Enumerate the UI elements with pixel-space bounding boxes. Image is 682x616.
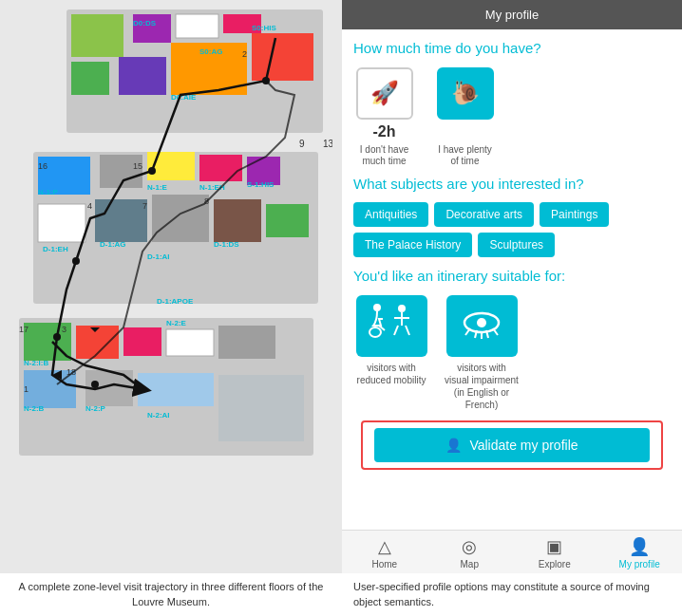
- svg-rect-23: [152, 195, 209, 242]
- svg-point-60: [262, 77, 270, 84]
- svg-point-68: [369, 327, 381, 337]
- svg-text:N-2:E: N-2:E: [166, 319, 187, 327]
- svg-text:1: 1: [24, 384, 28, 394]
- profile-header: My profile: [342, 0, 682, 29]
- time-caption-fast: I don't have much time: [353, 144, 415, 167]
- svg-text:S-1:HIS: S-1:HIS: [247, 180, 275, 189]
- svg-text:7: 7: [142, 201, 147, 211]
- svg-rect-44: [166, 329, 214, 356]
- bottom-nav: △ Home ◎ Map ▣ Explore 👤 My profile: [342, 530, 682, 573]
- itinerary-options: visitors with reduced mobility: [353, 295, 671, 411]
- svg-rect-48: [138, 373, 214, 406]
- svg-rect-25: [266, 204, 309, 237]
- svg-text:N-2:I:B: N-2:I:B: [24, 359, 48, 367]
- subject-decorative-arts[interactable]: Decorative arts: [434, 202, 534, 227]
- subjects-section-heading: What subjects are you interested in?: [353, 175, 671, 194]
- profile-title: My profile: [485, 8, 539, 22]
- itinerary-mobility[interactable]: visitors with reduced mobility: [353, 295, 429, 411]
- validate-button[interactable]: 👤 Validate my profile: [374, 428, 650, 462]
- svg-rect-6: [119, 57, 166, 95]
- map-icon: ◎: [462, 536, 477, 557]
- svg-text:9: 9: [299, 139, 305, 149]
- validate-icon: 👤: [445, 438, 462, 453]
- svg-text:S0:HIS: S0:HIS: [252, 24, 276, 32]
- svg-rect-3: [176, 14, 218, 38]
- svg-point-67: [373, 304, 381, 311]
- nav-map-label: Map: [461, 559, 479, 569]
- svg-text:D-1:APOE: D-1:APOE: [157, 297, 194, 306]
- subject-paintings[interactable]: Paintings: [540, 202, 609, 227]
- time-option-fast[interactable]: 🚀 -2h I don't have much time: [353, 67, 415, 167]
- svg-text:N-2:P: N-2:P: [85, 404, 106, 413]
- subject-sculptures[interactable]: Sculptures: [478, 233, 555, 257]
- svg-text:N-1:E: N-1:E: [147, 183, 168, 192]
- itinerary-caption-visual: visitors with visual impairment (in Engl…: [444, 362, 520, 411]
- profile-icon: 👤: [629, 536, 650, 557]
- svg-text:17: 17: [19, 325, 28, 334]
- svg-text:15: 15: [133, 161, 142, 171]
- museum-map: S0:HIS D0:DS S0:AG D0:AIE 9 13: [9, 5, 332, 470]
- svg-rect-19: [199, 155, 242, 181]
- time-options: 🚀 -2h I don't have much time 🐌 +2h I hav…: [353, 67, 671, 167]
- nav-explore-label: Explore: [539, 559, 571, 569]
- svg-text:D-1:DS: D-1:DS: [214, 240, 239, 249]
- home-icon: △: [378, 536, 391, 557]
- validate-btn-area: 👤 Validate my profile: [361, 420, 663, 470]
- right-caption: User-specified profile options may const…: [342, 578, 682, 611]
- svg-rect-43: [123, 327, 161, 356]
- svg-rect-5: [71, 62, 109, 95]
- subject-antiquities[interactable]: Antiquities: [353, 202, 428, 227]
- svg-line-73: [394, 326, 398, 335]
- svg-text:N-2:B: N-2:B: [24, 404, 45, 413]
- svg-rect-49: [218, 375, 304, 441]
- explore-icon: ▣: [546, 536, 562, 557]
- map-svg: S0:HIS D0:DS S0:AG D0:AIE 9 13: [9, 5, 332, 470]
- itinerary-icon-visual: [446, 295, 518, 357]
- nav-explore[interactable]: ▣ Explore: [512, 531, 597, 573]
- nav-home-label: Home: [371, 559, 397, 569]
- profile-content: How much time do you have? 🚀 -2h I don't…: [342, 29, 682, 530]
- svg-line-74: [406, 326, 409, 335]
- bottom-captions: A complete zone-level visit trajectory i…: [0, 573, 682, 616]
- time-value-fast: -2h: [373, 123, 396, 140]
- validate-label: Validate my profile: [469, 438, 578, 453]
- svg-rect-24: [214, 199, 261, 242]
- subjects-grid: Antiquities Decorative arts Paintings Th…: [353, 202, 671, 257]
- svg-rect-45: [218, 326, 275, 359]
- time-option-slow[interactable]: 🐌 +2h I have plenty of time: [434, 67, 496, 167]
- time-value-slow: +2h: [451, 123, 478, 140]
- time-icon-slow: 🐌: [437, 67, 494, 120]
- svg-point-70: [398, 305, 406, 312]
- svg-text:16: 16: [38, 161, 47, 171]
- svg-text:N-2:AI: N-2:AI: [147, 411, 170, 420]
- svg-text:13: 13: [323, 139, 332, 149]
- svg-point-76: [477, 318, 486, 327]
- svg-point-63: [53, 333, 61, 341]
- svg-text:S0:AG: S0:AG: [199, 47, 222, 56]
- svg-text:3: 3: [62, 325, 66, 334]
- left-panel: S0:HIS D0:DS S0:AG D0:AIE 9 13: [0, 0, 342, 573]
- svg-point-62: [72, 257, 80, 265]
- svg-rect-1: [71, 14, 123, 57]
- right-panel: My profile How much time do you have? 🚀 …: [342, 0, 682, 573]
- itinerary-visual[interactable]: visitors with visual impairment (in Engl…: [444, 295, 520, 411]
- nav-map[interactable]: ◎ Map: [427, 531, 513, 573]
- svg-text:D-1:AI: D-1:AI: [147, 252, 170, 261]
- svg-rect-8: [252, 33, 313, 81]
- subject-palace-history[interactable]: The Palace History: [353, 233, 472, 257]
- svg-text:D-1:AG: D-1:AG: [100, 240, 126, 249]
- svg-text:4: 4: [87, 201, 92, 211]
- itinerary-icon-mobility: [356, 295, 427, 357]
- svg-text:2: 2: [242, 49, 247, 59]
- time-section-heading: How much time do you have?: [353, 39, 671, 58]
- itinerary-section-heading: You'd like an itinerary suitable for:: [353, 267, 671, 286]
- nav-profile-label: My profile: [619, 559, 660, 569]
- time-caption-slow: I have plenty of time: [434, 144, 496, 167]
- itinerary-caption-mobility: visitors with reduced mobility: [353, 362, 429, 386]
- left-caption: A complete zone-level visit trajectory i…: [0, 578, 342, 611]
- svg-rect-21: [38, 204, 85, 242]
- nav-profile[interactable]: 👤 My profile: [597, 531, 683, 573]
- time-icon-fast: 🚀: [356, 67, 413, 120]
- svg-text:D0:DS: D0:DS: [133, 19, 157, 28]
- nav-home[interactable]: △ Home: [342, 531, 427, 573]
